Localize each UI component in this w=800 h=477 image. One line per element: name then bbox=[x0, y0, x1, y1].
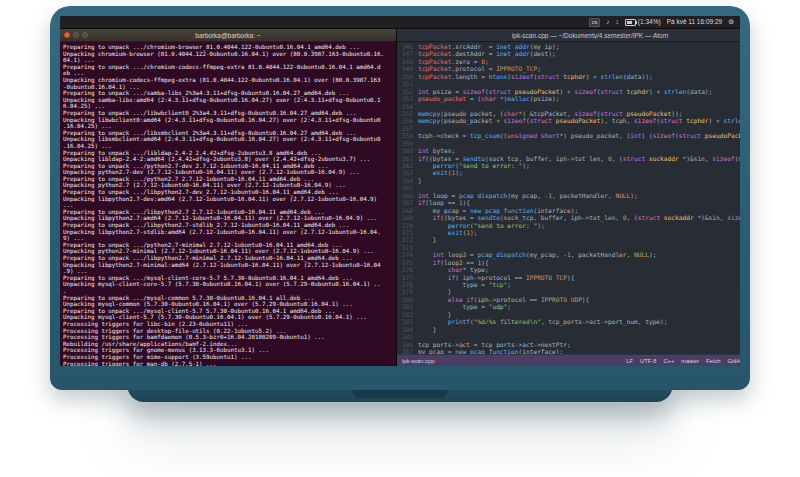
code-text: tcpPacket.destAddr = inet_addr(dest); bbox=[418, 50, 740, 57]
terminal-line: Unpacking chromium-browser (81.0.4044.12… bbox=[63, 51, 393, 58]
status-item[interactable]: master bbox=[681, 358, 699, 364]
terminal-line: Unpacking libpython2.7-stdlib:amd64 (2.7… bbox=[63, 229, 393, 236]
line-number: 347 bbox=[397, 50, 418, 57]
code-text: tcp_ports->act = tcp_ports->act->nextPtr… bbox=[418, 341, 740, 348]
code-line: 351 bbox=[397, 80, 740, 87]
terminal-line: Unpacking samba-libs:amd64 (2:4.3.11+dfs… bbox=[63, 97, 393, 104]
code-text: perror("send to error: "); bbox=[418, 162, 740, 169]
code-line: 372 } bbox=[397, 236, 740, 243]
line-number: 377 bbox=[397, 274, 418, 281]
terminal-line: Unpacking chromium-codecs-ffmpeg-extra (… bbox=[63, 77, 393, 84]
code-line: 348 tcpPacket.zero = 0; bbox=[397, 58, 740, 65]
status-item[interactable]: GitHub bbox=[728, 358, 740, 364]
keyboard-layout-indicator[interactable]: cs bbox=[589, 18, 601, 27]
line-number: 355 bbox=[397, 110, 418, 117]
code-text: exit(1); bbox=[418, 229, 740, 236]
status-item[interactable]: Fetch bbox=[706, 358, 721, 364]
code-line: 350 tcpPacket.length = htons(sizeof(stru… bbox=[397, 73, 740, 80]
terminal-line: Preparing to unpack .../mysql-common_5.7… bbox=[63, 295, 393, 302]
line-number: 361 bbox=[397, 155, 418, 162]
code-text: printf("%d/%s filtered\n", tcp_ports->ac… bbox=[418, 318, 740, 325]
minimize-button[interactable] bbox=[73, 32, 79, 38]
power-icon[interactable]: ⚙ bbox=[728, 16, 734, 28]
terminal-line: Processing triggers for bamfdaemon (0.5.… bbox=[63, 334, 393, 341]
battery-text: (1:34%) bbox=[638, 16, 661, 28]
status-item[interactable]: C++ bbox=[663, 358, 674, 364]
terminal-line: 9) ... bbox=[63, 235, 393, 242]
terminal-output[interactable]: Preparing to unpack .../chromium-browser… bbox=[60, 42, 396, 366]
code-text: memcpy(pseudo_packet, (char*) &tcpPacket… bbox=[418, 110, 740, 117]
line-number: 346 bbox=[397, 43, 418, 50]
code-text: tcpPacket.protocol = IPPROTO_TCP; bbox=[418, 65, 740, 72]
line-number: 379 bbox=[397, 288, 418, 295]
code-line: 378 type = "tcp"; bbox=[397, 281, 740, 288]
code-text bbox=[418, 140, 740, 147]
code-editor[interactable]: 346 tcpPacket.srcAddr = inet_addr(my_ip)… bbox=[397, 42, 740, 354]
code-text: tcpPacket.zero = 0; bbox=[418, 58, 740, 65]
terminal-line: Processing triggers for gnome-menus (3.1… bbox=[63, 347, 393, 354]
code-text: int psize = sizeof(struct pseudoPacket) … bbox=[418, 88, 740, 95]
code-text: int loop = pcap_dispatch(my_pcap, -1, pa… bbox=[418, 192, 740, 199]
line-number: 386 bbox=[397, 341, 418, 348]
terminal-line: Unpacking python2.7 (2.7.12-1ubuntu0~16.… bbox=[63, 182, 393, 189]
line-number: 371 bbox=[397, 229, 418, 236]
desktop: barborka@barborka: ~ Preparing to unpack… bbox=[60, 29, 740, 366]
volume-icon[interactable]: ♪ bbox=[606, 16, 609, 28]
close-button[interactable] bbox=[64, 32, 70, 38]
line-number: 367 bbox=[397, 199, 418, 206]
atom-statusbar: ipk-scan.cpp LFUTF-8C++masterFetchGitHub… bbox=[397, 354, 740, 366]
code-line: 386 tcp_ports->act = tcp_ports->act->nex… bbox=[397, 341, 740, 348]
line-number: 380 bbox=[397, 296, 418, 303]
code-text: int loop2 = pcap_dispatch(my_pcap, -1, p… bbox=[418, 251, 740, 258]
line-number: 385 bbox=[397, 333, 418, 340]
clock[interactable]: Pá kvě 11 16:09:29 bbox=[667, 16, 723, 28]
line-number: 356 bbox=[397, 117, 418, 124]
terminal-line: Processing triggers for mime-support (3.… bbox=[63, 354, 393, 361]
code-text: else if(iph->protocol == IPPROTO_UDP){ bbox=[418, 296, 740, 303]
atom-window: ipk-scan.cpp — ~/Dokumenty/4.semester/IP… bbox=[397, 29, 740, 366]
terminal-titlebar[interactable]: barborka@barborka: ~ bbox=[60, 29, 396, 42]
line-number: 383 bbox=[397, 318, 418, 325]
line-number: 384 bbox=[397, 326, 418, 333]
terminal-line: eb ... bbox=[63, 70, 393, 77]
terminal-line: Preparing to unpack .../python2.7-dev_2.… bbox=[63, 163, 393, 170]
code-text: } bbox=[418, 177, 740, 184]
code-text: } bbox=[418, 311, 740, 318]
maximize-button[interactable] bbox=[82, 32, 88, 38]
status-item[interactable]: UTF-8 bbox=[640, 358, 656, 364]
terminal-line: Preparing to unpack .../libldap-2.4-2_2.… bbox=[63, 150, 393, 157]
terminal-line: Preparing to unpack .../chromium-browser… bbox=[63, 44, 393, 51]
code-text: my_pcap = new_pcap_function(interface); bbox=[418, 207, 740, 214]
line-number: 358 bbox=[397, 132, 418, 139]
code-line: 381 type = "udp"; bbox=[397, 303, 740, 310]
code-text: perror("send to error: "); bbox=[418, 222, 740, 229]
code-line: 355 memcpy(pseudo_packet, (char*) &tcpPa… bbox=[397, 110, 740, 117]
terminal-line: Preparing to unpack .../mysql-client-5.7… bbox=[63, 308, 393, 315]
code-line: 346 tcpPacket.srcAddr = inet_addr(my_ip)… bbox=[397, 43, 740, 50]
battery-indicator[interactable]: (1:34%) bbox=[625, 16, 661, 28]
code-line: 384 } bbox=[397, 326, 740, 333]
line-number: 350 bbox=[397, 73, 418, 80]
status-item[interactable]: LF bbox=[626, 358, 633, 364]
network-icon[interactable]: ↕ bbox=[616, 16, 619, 28]
terminal-line: Unpacking libwbclient0:amd64 (2:4.3.11+d… bbox=[63, 117, 393, 124]
status-file[interactable]: ipk-scan.cpp bbox=[402, 358, 435, 364]
atom-titlebar[interactable]: ipk-scan.cpp — ~/Dokumenty/4.semester/IP… bbox=[397, 29, 740, 42]
code-line: 356 memcpy(pseudo_packet + sizeof(struct… bbox=[397, 117, 740, 124]
code-line: 369 if((bytes = sendto(sock_tcp, buffer,… bbox=[397, 214, 740, 221]
code-text: exit(1); bbox=[418, 169, 740, 176]
code-text bbox=[418, 125, 740, 132]
code-line: 354 bbox=[397, 103, 740, 110]
terminal-line: Unpacking libldap-2.4-2:amd64 (2.4.42+df… bbox=[63, 156, 393, 163]
code-line: 377 if( iph->protocol == IPPROTO_TCP){ bbox=[397, 274, 740, 281]
code-line: 352 int psize = sizeof(struct pseudoPack… bbox=[397, 88, 740, 95]
terminal-line: Preparing to unpack .../python2.7_2.7.12… bbox=[63, 176, 393, 183]
line-number: 353 bbox=[397, 95, 418, 102]
terminal-line: Preparing to unpack .../libpython2.7_2.7… bbox=[63, 209, 393, 216]
line-number: 360 bbox=[397, 147, 418, 154]
code-line: 385 bbox=[397, 333, 740, 340]
terminal-line: Preparing to unpack .../python2.7-minima… bbox=[63, 242, 393, 249]
code-text: if(loop == 1){ bbox=[418, 199, 740, 206]
code-text: } bbox=[418, 236, 740, 243]
line-number: 370 bbox=[397, 222, 418, 229]
